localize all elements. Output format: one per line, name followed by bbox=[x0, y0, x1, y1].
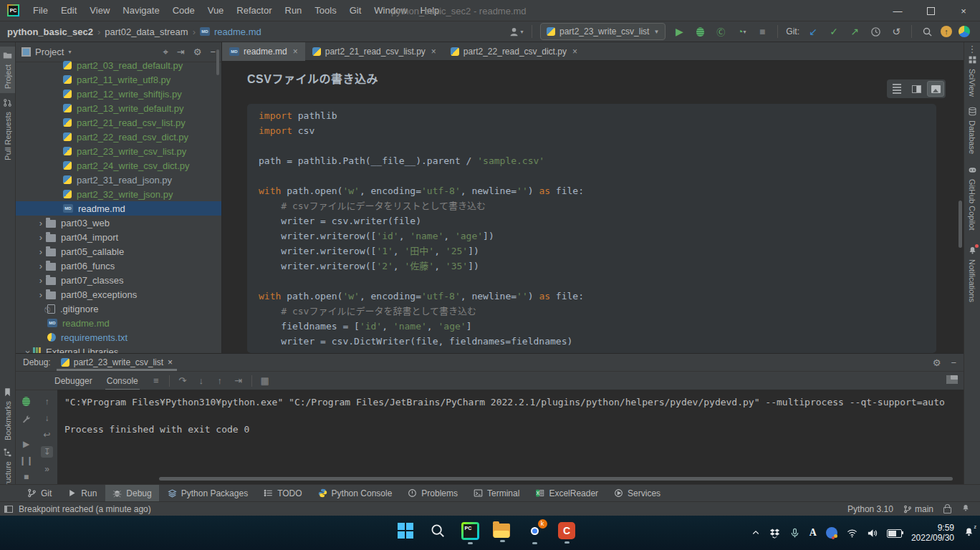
tree-item[interactable]: ›part04_import bbox=[16, 230, 221, 244]
tree-item[interactable]: part2_11_write_utf8.py bbox=[16, 72, 221, 87]
soft-wrap-icon[interactable]: ↩ bbox=[43, 430, 50, 440]
debug-tab-debugger[interactable]: Debugger bbox=[47, 372, 100, 390]
menu-file[interactable]: File bbox=[27, 0, 54, 21]
tool-stripe-project[interactable]: Project bbox=[0, 47, 15, 93]
menu-view[interactable]: View bbox=[83, 0, 116, 21]
step-into-icon[interactable]: ↓ bbox=[193, 374, 209, 388]
taskbar-chrome-button[interactable]: k bbox=[525, 522, 544, 544]
rerun-debug-icon[interactable] bbox=[22, 397, 30, 408]
project-scrollbar[interactable] bbox=[216, 49, 219, 75]
evaluate-expression-icon[interactable]: ▦ bbox=[257, 374, 273, 388]
wifi-icon[interactable] bbox=[847, 528, 858, 539]
editor-more-icon[interactable]: ⋮ bbox=[964, 44, 980, 54]
tool-stripe-database[interactable]: Database bbox=[964, 107, 980, 154]
chevron-icon[interactable]: › bbox=[36, 218, 46, 228]
up-stack-icon[interactable]: ↑ bbox=[45, 397, 49, 407]
editor-scrollbar[interactable] bbox=[959, 201, 962, 248]
tree-item[interactable]: requirements.txt bbox=[16, 330, 221, 344]
locate-file-icon[interactable]: ⌖ bbox=[163, 47, 168, 58]
battery-icon[interactable] bbox=[887, 529, 902, 538]
stop-process-icon[interactable]: ■ bbox=[24, 472, 29, 482]
tree-item[interactable]: MDreadme.md bbox=[16, 316, 221, 330]
microphone-icon[interactable] bbox=[789, 528, 800, 539]
chevron-icon[interactable]: › bbox=[36, 232, 46, 243]
toolwindow-button-git[interactable]: Git bbox=[20, 485, 59, 502]
close-button[interactable]: × bbox=[947, 0, 980, 21]
git-push-button[interactable]: ↗ bbox=[847, 24, 862, 39]
search-everywhere-button[interactable] bbox=[920, 24, 934, 39]
maximize-button[interactable] bbox=[914, 0, 947, 21]
tree-item[interactable]: part2_23_write_csv_list.py bbox=[16, 144, 221, 158]
git-commit-button[interactable]: ✓ bbox=[827, 24, 841, 39]
menu-git[interactable]: Git bbox=[343, 0, 368, 21]
breadcrumb-item[interactable]: python_basic_sec2 bbox=[7, 26, 93, 37]
editor-tab[interactable]: part2_22_read_csv_dict.py× bbox=[443, 42, 585, 61]
breadcrumb-item[interactable]: part02_data_stream bbox=[105, 26, 188, 37]
restore-layout-icon[interactable] bbox=[946, 375, 958, 384]
volume-icon[interactable] bbox=[867, 528, 878, 539]
menu-tools[interactable]: Tools bbox=[308, 0, 342, 21]
close-tab-icon[interactable]: × bbox=[431, 47, 436, 57]
tree-item[interactable]: MDreadme.md bbox=[16, 201, 221, 216]
toolwindow-button-python-console[interactable]: Python Console bbox=[311, 485, 400, 502]
coverage-button[interactable]: Ⓒ bbox=[714, 24, 728, 39]
tree-item[interactable]: .gitignore bbox=[16, 301, 221, 316]
tree-item[interactable]: ›part06_funcs bbox=[16, 259, 221, 273]
toolwindow-button-debug[interactable]: Debug bbox=[105, 485, 158, 502]
preview-only-button[interactable] bbox=[927, 81, 944, 97]
git-update-button[interactable]: ↙ bbox=[806, 24, 820, 39]
resume-program-icon[interactable]: ▶ bbox=[23, 439, 29, 449]
menu-run[interactable]: Run bbox=[279, 0, 309, 21]
toolwindow-button-python-packages[interactable]: Python Packages bbox=[160, 485, 255, 502]
editor-only-button[interactable] bbox=[888, 81, 905, 97]
tray-expand-icon[interactable] bbox=[751, 529, 760, 537]
pause-program-icon[interactable]: ❙❙ bbox=[19, 455, 33, 465]
taskbar-search-button[interactable] bbox=[428, 523, 447, 543]
focus-assist-bell-icon[interactable]: z bbox=[964, 526, 974, 539]
toolwindow-button-problems[interactable]: Problems bbox=[400, 485, 465, 502]
breadcrumb-item[interactable]: readme.md bbox=[214, 26, 261, 37]
editor-tab[interactable]: MDreadme.md× bbox=[222, 42, 305, 61]
debug-settings-icon[interactable]: ⚙ bbox=[933, 357, 941, 368]
debug-console-output[interactable]: "C:¥Program Files¥Python310¥python.exe" … bbox=[57, 390, 964, 484]
hide-panel-icon[interactable]: − bbox=[210, 47, 216, 57]
tool-stripe-github-copilot[interactable]: GitHub Copilot bbox=[964, 165, 980, 231]
settings-icon[interactable]: ⚙ bbox=[193, 47, 202, 57]
ide-update-icon[interactable]: ↑ bbox=[941, 26, 952, 37]
hide-debug-panel-icon[interactable]: − bbox=[951, 357, 956, 368]
tree-item[interactable]: ›part07_classes bbox=[16, 273, 221, 287]
tool-window-quick-access-icon[interactable] bbox=[4, 506, 13, 513]
tree-item[interactable]: part2_22_read_csv_dict.py bbox=[16, 130, 221, 144]
collapse-all-icon[interactable]: ⇥ bbox=[177, 47, 185, 57]
more-console-actions-icon[interactable]: » bbox=[44, 464, 49, 474]
debug-settings-wrench-icon[interactable] bbox=[21, 415, 31, 426]
run-button[interactable]: ▶ bbox=[672, 24, 686, 39]
tree-item[interactable]: part2_12_write_shiftjis.py bbox=[16, 87, 221, 101]
toolwindow-button-run[interactable]: Run bbox=[60, 485, 104, 502]
toolwindow-button-todo[interactable]: TODO bbox=[256, 485, 309, 502]
profiler-button[interactable]: ◔▾ bbox=[734, 24, 749, 39]
chevron-icon[interactable]: › bbox=[36, 289, 46, 300]
tool-stripe-pull-requests[interactable]: Pull Requests bbox=[0, 98, 15, 160]
step-out-icon[interactable]: ↑ bbox=[212, 374, 228, 388]
chevron-icon[interactable]: › bbox=[23, 347, 34, 353]
console-horizontal-scrollbar[interactable] bbox=[159, 477, 953, 481]
chevron-icon[interactable]: › bbox=[36, 246, 46, 257]
notifications-gear-icon[interactable] bbox=[961, 503, 970, 514]
tray-app-ball-icon[interactable] bbox=[826, 527, 837, 539]
split-view-button[interactable] bbox=[908, 81, 925, 97]
menu-code[interactable]: Code bbox=[166, 0, 201, 21]
history-button[interactable] bbox=[868, 24, 883, 39]
code-with-me-icon[interactable] bbox=[959, 26, 970, 37]
lock-icon[interactable] bbox=[943, 507, 951, 513]
tree-item[interactable]: part2_13_write_default.py bbox=[16, 101, 221, 115]
user-avatar-icon[interactable]: ▾ bbox=[509, 24, 524, 39]
start-button[interactable] bbox=[396, 523, 415, 543]
tree-item[interactable]: ›part03_web bbox=[16, 216, 221, 230]
chevron-icon[interactable]: › bbox=[36, 261, 46, 271]
menu-edit[interactable]: Edit bbox=[54, 0, 83, 21]
tree-item[interactable]: part2_21_read_csv_list.py bbox=[16, 115, 221, 130]
editor-tab[interactable]: part2_21_read_csv_list.py× bbox=[305, 42, 443, 61]
python-interpreter[interactable]: Python 3.10 bbox=[847, 504, 893, 514]
down-stack-icon[interactable]: ↓ bbox=[45, 413, 49, 423]
